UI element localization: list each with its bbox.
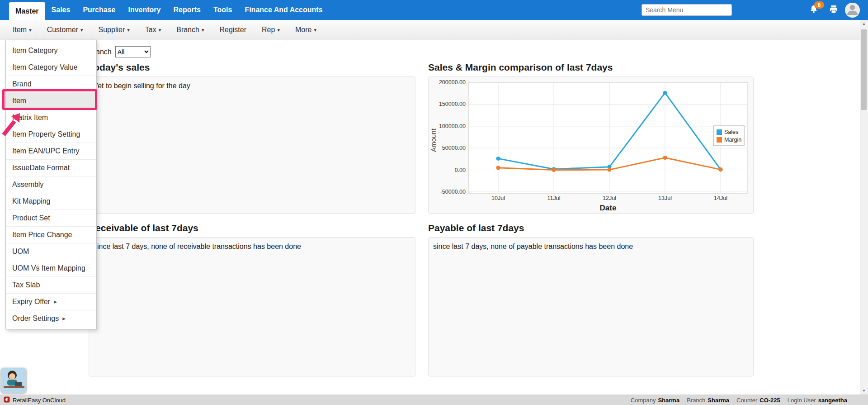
menubar-item-tax[interactable]: Tax▾ [145,26,161,34]
login-user-value: sangeetha [818,397,847,404]
dropdown-item-item-price-change[interactable]: Item Price Change [6,227,96,243]
receivable-title: Receivable of last 7days [89,223,415,233]
footer-company: Company Sharma [631,397,679,404]
chevron-down-icon: ▾ [29,27,32,33]
plot-area [468,82,748,193]
status-bar: RetailEasy OnCloud Company Sharma Branch… [0,395,868,405]
vertical-scrollbar[interactable]: ▲ ▼ [860,20,868,395]
mascot-image [1,386,26,393]
dropdown-item-order-settings[interactable]: Order Settings▶ [6,310,96,327]
y-tick-label: 100000.00 [439,123,466,129]
dropdown-item-label: UOM Vs Item Mapping [12,264,85,272]
dropdown-item-label: IssueDate Format [12,164,70,172]
sales-point [663,91,667,95]
menubar-item-more[interactable]: More▾ [295,26,316,34]
top-navbar: MasterSalesPurchaseInventoryReportsTools… [0,0,868,20]
legend-label: Margin [724,137,741,143]
notifications-button[interactable]: 8 [808,4,820,16]
dropdown-item-item-category-value[interactable]: Item Category Value [6,59,96,76]
dropdown-item-matrix-item[interactable]: Matrix Item [6,110,96,126]
x-tick-label: 13Jul [658,195,672,201]
dropdown-item-label: Item Price Change [12,231,72,239]
bell-icon [808,9,819,16]
tab-tools[interactable]: Tools [207,0,238,20]
margin-point [663,156,667,160]
dropdown-item-label: Brand [12,80,32,88]
dropdown-item-expiry-offer[interactable]: Expiry Offer▶ [6,294,96,310]
chevron-down-icon: ▾ [159,27,161,33]
margin-point [496,166,500,170]
today-sales-section: Today's sales Yet to begin selling for t… [89,62,415,214]
x-tick-label: 14Jul [714,195,727,201]
user-icon [845,3,860,18]
y-axis-title: Amount [429,128,437,152]
assistant-mascot[interactable] [1,368,26,393]
margin-point [719,167,723,172]
dropdown-item-label: Assembly [12,181,43,189]
payable-section: Payable of last 7days since last 7 days,… [428,223,754,376]
tab-inventory[interactable]: Inventory [122,0,167,20]
dropdown-item-brand[interactable]: Brand [6,76,96,93]
dropdown-item-item-property-setting[interactable]: Item Property Setting [6,126,96,143]
menubar-item-label: Register [219,26,246,34]
footer-brand: RetailEasy OnCloud [4,396,66,404]
tab-sales[interactable]: Sales [45,0,77,20]
menubar-item-branch[interactable]: Branch▾ [176,26,204,34]
scroll-down-arrow-icon[interactable]: ▼ [860,387,868,395]
dropdown-item-item[interactable]: Item [6,93,96,110]
dropdown-item-assembly[interactable]: Assembly [6,176,96,193]
y-tick-label: 0.00 [455,167,466,173]
branch-value: Sharma [708,397,729,404]
dropdown-item-label: Item Category Value [12,63,78,71]
tab-finance-and-accounts[interactable]: Finance And Accounts [238,0,329,20]
payable-card: since last 7 days, none of payable trans… [428,237,754,376]
x-tick-label: 11Jul [547,195,561,201]
legend-label: Sales [724,129,738,135]
dropdown-item-uom[interactable]: UOM [6,243,96,260]
y-tick-label: 200000.00 [439,79,466,86]
branch-filter-select[interactable]: All [115,46,151,57]
chevron-down-icon: ▾ [277,27,280,33]
dropdown-item-kit-mapping[interactable]: Kit Mapping [6,193,96,210]
menu-bar: Item▾Customer▾Supplier▾Tax▾Branch▾Regist… [0,20,868,40]
dropdown-item-label: Item Category [12,47,57,55]
y-tick-label: 50000.00 [442,145,466,151]
menubar-item-register[interactable]: Register [219,26,246,34]
x-tick-label: 10Jul [491,195,505,201]
dropdown-item-label: Expiry Offer [12,298,50,306]
dropdown-item-uom-vs-item-mapping[interactable]: UOM Vs Item Mapping [6,260,96,277]
menubar-item-supplier[interactable]: Supplier▾ [99,26,130,34]
menubar-item-customer[interactable]: Customer▾ [47,26,83,34]
scrollbar-thumb[interactable] [861,29,867,110]
tab-purchase[interactable]: Purchase [76,0,122,20]
dropdown-item-issuedate-format[interactable]: IssueDate Format [6,160,96,176]
item-dropdown-menu: Item CategoryItem Category ValueBrandIte… [5,40,97,329]
scroll-up-arrow-icon[interactable]: ▲ [860,20,868,28]
counter-label: Counter [736,397,757,404]
dropdown-item-item-ean-upc-entry[interactable]: Item EAN/UPC Entry [6,143,96,160]
x-tick-label: 12Jul [603,195,616,201]
branch-label: Branch [687,397,705,404]
dropdown-item-product-set[interactable]: Product Set [6,210,96,227]
sales-margin-section: Sales & Margin comparison of last 7days … [428,62,754,214]
sales-point [496,157,500,161]
dropdown-item-label: Order Settings [12,314,59,323]
print-button[interactable] [828,4,840,16]
menubar-item-item[interactable]: Item▾ [13,26,32,34]
tab-reports[interactable]: Reports [167,0,207,20]
today-sales-title: Today's sales [89,62,415,73]
menubar-item-label: Tax [145,26,156,34]
dropdown-item-tax-slab[interactable]: Tax Slab [6,277,96,294]
menubar-item-rep[interactable]: Rep▾ [262,26,280,34]
menubar-item-label: Branch [176,26,199,34]
branch-filter: Branch All [89,46,151,57]
y-tick-label: 150000.00 [439,101,466,107]
sales-margin-chart: 200000.00150000.00100000.0050000.000.00-… [429,77,753,213]
user-avatar[interactable] [845,3,860,18]
search-menu-input[interactable] [642,4,732,16]
y-tick-label: -50000.00 [440,189,466,195]
tab-master[interactable]: Master [9,2,45,20]
legend-swatch [717,129,722,135]
dropdown-item-item-category[interactable]: Item Category [6,43,96,59]
submenu-arrow-icon: ▶ [62,316,66,321]
